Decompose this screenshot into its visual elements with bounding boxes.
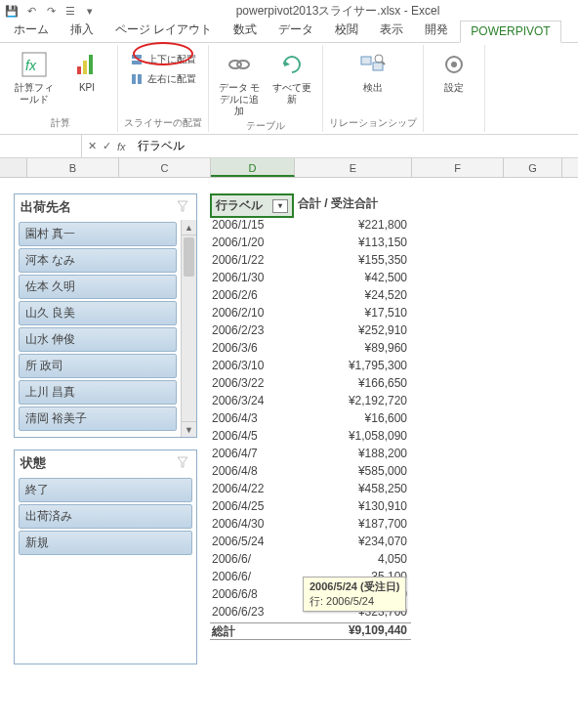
table-row[interactable]: 2006/1/20¥113,150 (210, 236, 411, 253)
svg-point-10 (237, 61, 249, 68)
col-header-d[interactable]: D (211, 158, 295, 177)
col-header-g[interactable]: G (504, 158, 562, 177)
table-row[interactable]: 2006/1/30¥42,500 (210, 271, 411, 288)
enter-icon[interactable]: ✓ (103, 140, 111, 152)
slicer-title: 出荷先名 (21, 198, 71, 216)
slicer-item[interactable]: 出荷済み (19, 504, 192, 529)
fx-label-icon[interactable]: fx (117, 141, 126, 152)
total-value: ¥9,109,440 (308, 623, 411, 639)
table-row[interactable]: 2006/4/7¥188,200 (210, 447, 411, 464)
values-header: 合計 / 受注合計 (294, 193, 411, 218)
ribbon-tabs: ホーム 挿入 ページ レイアウト 数式 データ 校閲 表示 開発 POWERPI… (0, 21, 578, 43)
svg-rect-5 (132, 55, 142, 59)
svg-rect-7 (132, 74, 136, 84)
col-header-f[interactable]: F (412, 158, 504, 177)
table-row[interactable]: 2006/1/15¥221,800 (210, 218, 411, 236)
detect-button[interactable]: 検出 (349, 47, 397, 96)
slicer-item[interactable]: 上川 昌真 (19, 380, 177, 405)
refresh-all-button[interactable]: すべて更新 (268, 47, 316, 107)
table-row[interactable]: 2006/6/4,050 (210, 552, 411, 570)
table-row[interactable]: 2006/2/6¥24,520 (210, 288, 411, 306)
slicer-horizontal-button[interactable]: 左右に配置 (126, 70, 200, 88)
slicer-title: 状態 (21, 454, 46, 472)
slicer-item[interactable]: 園村 真一 (19, 222, 177, 246)
tab-developer[interactable]: 開発 (415, 19, 458, 42)
table-row[interactable]: 2006/4/3¥16,600 (210, 411, 411, 429)
group-relationship: リレーションシップ (329, 116, 417, 132)
name-box[interactable] (0, 135, 82, 157)
slicer-item[interactable]: 山久 良美 (19, 301, 177, 325)
table-row[interactable]: 2006/3/10¥1,795,300 (210, 359, 411, 376)
undo-icon[interactable]: ↶ (23, 3, 39, 19)
tab-data[interactable]: データ (268, 19, 323, 42)
pivot-table: 行ラベル ▾ 合計 / 受注合計 2006/1/15¥221,8002006/1… (210, 193, 411, 640)
svg-text:fx: fx (25, 58, 37, 73)
tab-review[interactable]: 校閲 (325, 19, 368, 42)
table-row[interactable]: 2006/4/8¥585,000 (210, 464, 411, 482)
slicer-item[interactable]: 新規 (19, 531, 192, 555)
table-row[interactable]: 2006/4/5¥1,058,090 (210, 429, 411, 447)
kpi-icon (71, 49, 103, 80)
table-row[interactable]: 2006/2/23¥252,910 (210, 323, 411, 341)
col-header-c[interactable]: C (119, 158, 211, 177)
horizontal-layout-icon (130, 72, 144, 86)
table-row[interactable]: 2006/1/22¥155,350 (210, 253, 411, 271)
tab-powerpivot[interactable]: POWERPIVOT (460, 21, 560, 43)
col-header-b[interactable]: B (27, 158, 119, 177)
tab-insert[interactable]: 挿入 (61, 19, 103, 42)
add-to-model-button[interactable]: データ モデルに追加 (215, 47, 264, 119)
col-header-e[interactable]: E (295, 158, 412, 177)
total-label: 総計 (210, 623, 308, 639)
table-row[interactable]: 2006/3/6¥89,960 (210, 341, 411, 359)
formula-input[interactable] (132, 138, 578, 155)
table-row[interactable]: 2006/3/22¥166,650 (210, 376, 411, 394)
save-icon[interactable]: 💾 (4, 3, 20, 19)
vertical-layout-icon (130, 53, 144, 66)
row-labels-header[interactable]: 行ラベル ▾ (210, 193, 294, 218)
slicer-shipment-name[interactable]: 出荷先名 園村 真一河本 なみ佐本 久明山久 良美山水 伸俊所 政司上川 昌真清… (14, 193, 197, 438)
tab-home[interactable]: ホーム (4, 19, 59, 42)
select-all-corner[interactable] (0, 158, 27, 177)
detect-icon (357, 49, 389, 80)
slicer-item[interactable]: 佐本 久明 (19, 275, 177, 299)
calc-field-button[interactable]: fx 計算フィールド (10, 47, 59, 107)
scroll-up-icon[interactable]: ▲ (182, 220, 196, 236)
cancel-icon[interactable]: ✕ (88, 140, 97, 152)
scroll-thumb[interactable] (184, 237, 194, 277)
scroll-down-icon[interactable]: ▼ (182, 421, 196, 437)
filter-dropdown-icon[interactable]: ▾ (272, 199, 288, 213)
slicer-item[interactable]: 終了 (19, 478, 192, 502)
fx-icon: fx (19, 49, 50, 80)
touch-mode-icon[interactable]: ☰ (62, 3, 78, 19)
settings-button[interactable]: 設定 (430, 47, 478, 96)
slicer-item[interactable]: 所 政司 (19, 354, 177, 378)
tab-pagelayout[interactable]: ページ レイアウト (105, 19, 222, 42)
refresh-icon (276, 49, 308, 80)
table-row[interactable]: 2006/2/10¥17,510 (210, 306, 411, 323)
slicer-item[interactable]: 河本 なみ (19, 248, 177, 273)
qat-dropdown-icon[interactable]: ▾ (82, 3, 98, 19)
slicer-vertical-button[interactable]: 上下に配置 (126, 51, 200, 68)
redo-icon[interactable]: ↷ (43, 3, 59, 19)
tab-formulas[interactable]: 数式 (224, 19, 267, 42)
table-row[interactable]: 2006/4/30¥187,700 (210, 517, 411, 535)
slicer-status[interactable]: 状態 終了出荷済み新規 (14, 450, 197, 664)
table-row[interactable]: 2006/5/24¥234,070 (210, 535, 411, 552)
slicer-item[interactable]: 山水 伸俊 (19, 327, 177, 352)
kpi-button[interactable]: KPI (62, 47, 111, 96)
clear-filter-icon[interactable] (177, 200, 190, 214)
slicer-scrollbar[interactable]: ▲ ▼ (181, 220, 196, 437)
window-title: powerpivot2013スライサー.xlsx - Excel (102, 3, 574, 20)
svg-rect-8 (138, 74, 142, 84)
svg-rect-6 (132, 61, 142, 64)
table-row[interactable]: 2006/4/25¥130,910 (210, 499, 411, 517)
link-icon (224, 49, 255, 80)
clear-filter-icon[interactable] (177, 456, 190, 470)
slicer-item[interactable]: 清岡 裕美子 (19, 407, 177, 431)
tab-view[interactable]: 表示 (370, 19, 413, 42)
svg-rect-12 (373, 63, 383, 70)
table-row[interactable]: 2006/3/24¥2,192,720 (210, 394, 411, 411)
table-row[interactable]: 2006/4/22¥458,250 (210, 482, 411, 499)
svg-rect-11 (361, 57, 371, 64)
svg-point-13 (375, 55, 383, 63)
